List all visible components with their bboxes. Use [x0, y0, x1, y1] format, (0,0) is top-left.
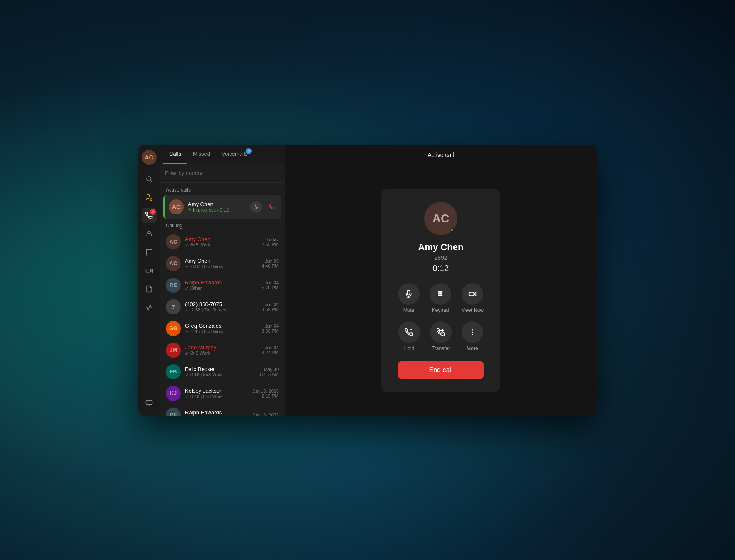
call-log-info: (402) 860-7075 ←2:32 | Zac Tomes	[185, 301, 258, 312]
hold-label: Hold	[404, 346, 415, 351]
call-controls-row1: Mute Keypad Meet Now	[398, 283, 484, 313]
call-controls-row2: Hold Transfer More	[398, 321, 483, 351]
keypad-icon-button[interactable]	[430, 283, 451, 305]
nav-contacts[interactable]	[142, 190, 157, 205]
call-log-sub: ↙Other	[185, 286, 258, 291]
call-log-sub: ←2:15 | 8×8 Work	[185, 329, 258, 334]
call-log-time: Jun 04 5:20 PM	[262, 280, 279, 290]
svg-point-22	[441, 295, 442, 296]
call-log-list: AC Amy Chen ↗8×8 Work Today 2:53 PM AC A…	[160, 231, 285, 416]
hold-icon-button[interactable]	[398, 321, 420, 343]
call-log-item[interactable]: JM Jane Murphy ↙8×8 Work Jun 04 3:24 PM	[160, 339, 285, 361]
svg-point-28	[472, 329, 473, 330]
nav-search[interactable]	[142, 172, 157, 187]
active-call-info: Amy Chen ✎ In progress - 0:12	[188, 201, 246, 213]
call-log-name: Greg Gonzales	[185, 323, 258, 329]
call-log-name: Amy Chen	[185, 236, 258, 242]
call-log-sub: ←0:37 | 8×8 Work	[185, 264, 258, 269]
nav-person[interactable]	[142, 226, 157, 241]
svg-point-0	[147, 177, 151, 181]
call-log-sub: ↗0:16 | 8×8 Work	[185, 372, 255, 378]
meet-now-icon-button[interactable]	[462, 283, 483, 305]
end-call-button[interactable]: End call	[398, 361, 484, 379]
nav-document[interactable]	[142, 281, 157, 296]
phone-badge: 2	[150, 209, 156, 215]
call-log-avatar: RE	[166, 408, 181, 416]
call-log-avatar: GG	[166, 321, 181, 336]
keypad-button[interactable]: Keypad	[430, 283, 451, 313]
mute-button[interactable]: Mute	[398, 283, 420, 313]
svg-point-15	[440, 291, 441, 292]
tab-missed[interactable]: Missed	[187, 145, 216, 164]
svg-rect-7	[146, 400, 152, 405]
active-call-actions	[250, 201, 277, 213]
call-log-time: Jun 04 3:24 PM	[262, 345, 279, 355]
end-call-small-button[interactable]	[265, 201, 277, 213]
call-log-item[interactable]: FB Felix Becker ↗0:16 | 8×8 Work May 30 …	[160, 361, 285, 383]
call-log-item[interactable]: KJ Kelsey Jackson ↗0:40 | 8×8 Work Jun 1…	[160, 383, 285, 404]
call-log-date: May 30	[260, 367, 279, 372]
call-log-item[interactable]: ? (402) 860-7075 ←2:32 | Zac Tomes Jun 0…	[160, 296, 285, 318]
calls-list: Active calls AC Amy Chen ✎ In progress -…	[160, 183, 285, 416]
tabs-bar: Calls Missed Voicemails 2	[160, 145, 285, 164]
more-label: More	[467, 346, 478, 351]
more-button[interactable]: More	[462, 321, 483, 351]
active-call-avatar: AC	[169, 199, 184, 214]
svg-point-18	[440, 293, 441, 294]
call-log-header: Call log	[160, 219, 285, 231]
call-log-info: Ralph Edwards ←8×8 Work	[185, 409, 248, 416]
call-log-time: Jun 13, 2023 2:19 PM	[252, 388, 279, 398]
call-log-time: May 30 10:15 AM	[260, 367, 279, 377]
active-call-title: Active call	[285, 145, 597, 165]
transfer-icon-button[interactable]	[430, 321, 452, 343]
active-call-body: AC Amy Chen 2892 0:12 Mute	[285, 165, 597, 416]
nav-phone[interactable]: 2	[142, 208, 157, 223]
svg-point-2	[147, 194, 149, 197]
tab-voicemails[interactable]: Voicemails 2	[216, 145, 253, 164]
active-call-item[interactable]: AC Amy Chen ✎ In progress - 0:12	[163, 195, 281, 219]
more-icon-button[interactable]	[462, 321, 483, 343]
call-log-info: Amy Chen ↗8×8 Work	[185, 236, 258, 248]
call-log-time: Jun 13, 2023	[252, 413, 279, 416]
meet-now-button[interactable]: Meet Now	[461, 283, 484, 313]
search-input[interactable]	[165, 168, 280, 178]
svg-rect-23	[469, 292, 474, 295]
call-log-hour: 2:53 PM	[262, 242, 279, 247]
call-log-date: Jun 13, 2023	[252, 388, 279, 393]
call-log-date: Jun 04	[262, 324, 279, 329]
call-log-name: Amy Chen	[185, 258, 258, 264]
call-log-date: Jun 13, 2023	[252, 413, 279, 416]
user-avatar[interactable]: AC	[142, 150, 157, 165]
call-log-item[interactable]: AC Amy Chen ←0:37 | 8×8 Work Jun 05 4:46…	[160, 253, 285, 274]
call-card: AC Amy Chen 2892 0:12 Mute	[381, 189, 500, 392]
call-log-avatar: FB	[166, 364, 181, 379]
call-log-item[interactable]: AC Amy Chen ↗8×8 Work Today 2:53 PM	[160, 231, 285, 253]
nav-monitor[interactable]	[142, 396, 157, 411]
mute-toggle-button[interactable]	[250, 201, 262, 213]
voicemail-badge: 2	[246, 148, 252, 154]
active-call-name: Amy Chen	[188, 201, 246, 207]
call-log-name: Jane Murphy	[185, 344, 258, 351]
nav-video[interactable]	[142, 263, 157, 278]
sidebar-nav: AC 2	[138, 145, 160, 416]
search-bar	[160, 164, 285, 183]
call-log-time: Jun 04 3:39 PM	[262, 324, 279, 334]
mute-icon-button[interactable]	[398, 283, 420, 305]
svg-point-29	[472, 331, 473, 333]
svg-point-21	[440, 295, 441, 296]
call-log-time: Jun 05 4:46 PM	[262, 259, 279, 269]
transfer-button[interactable]: Transfer	[430, 321, 452, 351]
call-log-item[interactable]: RE Ralph Edwards ↙Other Jun 04 5:20 PM	[160, 274, 285, 296]
call-log-hour: 3:52 PM	[262, 307, 279, 312]
call-log-info: Amy Chen ←0:37 | 8×8 Work	[185, 258, 258, 269]
call-log-time: Jun 04 3:52 PM	[262, 302, 279, 312]
hold-button[interactable]: Hold	[398, 321, 420, 351]
call-log-avatar: RE	[166, 278, 181, 293]
nav-waveform[interactable]	[142, 300, 157, 315]
nav-message[interactable]	[142, 245, 157, 260]
call-log-item[interactable]: RE Ralph Edwards ←8×8 Work Jun 13, 2023	[160, 404, 285, 416]
call-log-info: Greg Gonzales ←2:15 | 8×8 Work	[185, 323, 258, 334]
call-log-hour: 4:46 PM	[262, 264, 279, 269]
call-log-item[interactable]: GG Greg Gonzales ←2:15 | 8×8 Work Jun 04…	[160, 318, 285, 339]
tab-calls[interactable]: Calls	[163, 145, 187, 164]
